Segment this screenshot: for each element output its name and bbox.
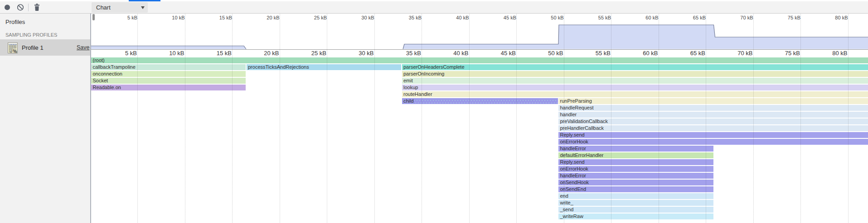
svg-text:%: %: [13, 49, 17, 54]
